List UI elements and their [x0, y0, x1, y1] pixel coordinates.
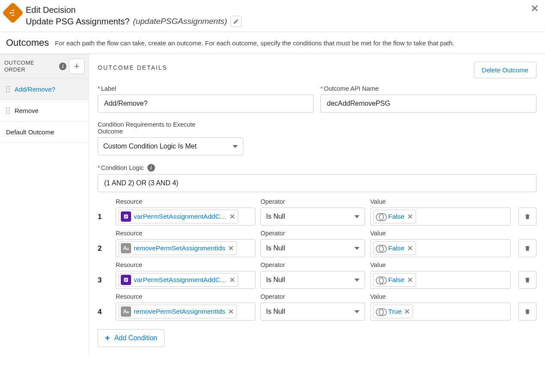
outcome-label-input[interactable]: [98, 95, 314, 113]
resource-pill-text: varPermSetAssignmentAddC…: [134, 213, 227, 220]
remove-pill-icon[interactable]: ✕: [228, 245, 234, 252]
text-formula-icon: Aa: [121, 243, 131, 253]
outcome-order-label: OUTCOME ORDER: [4, 59, 57, 73]
modal-header: Edit Decision Update PSG Assignments? (u…: [0, 0, 545, 32]
outcomes-desc: For each path the flow can take, create …: [55, 39, 454, 47]
boolean-icon: [375, 306, 386, 317]
svg-rect-7: [125, 281, 126, 281]
value-input[interactable]: False✕: [370, 208, 511, 226]
delete-condition-button[interactable]: [518, 303, 536, 321]
close-button[interactable]: ✕: [530, 3, 539, 14]
operator-select[interactable]: Is Null: [261, 303, 365, 321]
outcome-item-label: Default Outcome: [6, 128, 54, 136]
boolean-icon: [375, 211, 386, 222]
condition-row: 3ResourcevarPermSetAssignmentAddC…✕Opera…: [98, 261, 536, 289]
value-pill-text: False: [388, 244, 404, 252]
resource-column-label: Resource: [116, 198, 255, 205]
condition-row: 1ResourcevarPermSetAssignmentAddC…✕Opera…: [98, 198, 536, 226]
operator-select[interactable]: Is Null: [261, 239, 365, 257]
remove-pill-icon[interactable]: ✕: [407, 245, 413, 252]
label-field-label: Label: [98, 85, 314, 92]
delete-condition-button[interactable]: [518, 208, 536, 226]
outcome-item[interactable]: Remove: [0, 100, 89, 122]
resource-input[interactable]: varPermSetAssignmentAddC…✕: [116, 271, 255, 289]
condition-logic-label: Condition Logic: [98, 164, 144, 171]
condition-row: 2ResourceAaremovePermSetAssignmentIds✕Op…: [98, 230, 536, 257]
remove-pill-icon[interactable]: ✕: [229, 213, 235, 220]
operator-select[interactable]: Is Null: [261, 208, 365, 226]
chevron-down-icon: [354, 310, 359, 313]
outcomes-title: Outcomes: [6, 37, 49, 48]
remove-pill-icon[interactable]: ✕: [407, 276, 413, 284]
outcome-details: OUTCOME DETAILS Delete Outcome Label Out…: [89, 54, 545, 355]
chevron-down-icon: [233, 145, 238, 148]
resource-input[interactable]: varPermSetAssignmentAddC…✕: [116, 208, 255, 226]
edit-decision-modal: Edit Decision Update PSG Assignments? (u…: [0, 0, 545, 355]
condition-row: 4ResourceAaremovePermSetAssignmentIds✕Op…: [98, 293, 536, 321]
outcome-item[interactable]: Default Outcome: [0, 122, 89, 143]
remove-pill-icon[interactable]: ✕: [228, 308, 234, 315]
drag-handle-icon[interactable]: [6, 86, 10, 93]
add-outcome-button[interactable]: +: [69, 59, 84, 74]
condition-number: 1: [98, 213, 111, 226]
resource-column-label: Resource: [116, 261, 255, 268]
value-column-label: Value: [370, 230, 511, 237]
operator-column-label: Operator: [261, 293, 365, 300]
condition-requirements-select[interactable]: Custom Condition Logic Is Met: [98, 137, 243, 155]
remove-pill-icon[interactable]: ✕: [229, 276, 235, 284]
modal-title: Edit Decision: [26, 4, 538, 15]
outcomes-bar: Outcomes For each path the flow can take…: [0, 32, 545, 54]
resource-pill-text: varPermSetAssignmentAddC…: [134, 276, 227, 284]
chevron-down-icon: [354, 279, 359, 282]
outcome-item-label: Add/Remove?: [15, 86, 55, 93]
delete-outcome-button[interactable]: Delete Outcome: [474, 62, 536, 78]
record-icon: [121, 275, 131, 285]
svg-rect-2: [125, 217, 127, 217]
record-icon: [121, 211, 131, 222]
resource-pill-text: removePermSetAssignmentIds: [134, 308, 225, 315]
plus-icon: +: [105, 334, 110, 342]
value-pill-text: False: [388, 213, 404, 220]
value-column-label: Value: [370, 261, 511, 268]
resource-column-label: Resource: [116, 293, 255, 300]
delete-condition-button[interactable]: [518, 239, 536, 257]
info-icon[interactable]: i: [59, 62, 67, 70]
value-input[interactable]: False✕: [370, 239, 511, 257]
resource-input[interactable]: AaremovePermSetAssignmentIds✕: [116, 303, 255, 321]
text-formula-icon: Aa: [121, 306, 131, 317]
value-input[interactable]: False✕: [370, 271, 511, 289]
boolean-icon: [375, 243, 386, 253]
decision-icon: [2, 2, 24, 24]
outcome-api-input[interactable]: [320, 95, 536, 113]
resource-pill-text: removePermSetAssignmentIds: [134, 244, 225, 252]
value-column-label: Value: [370, 293, 511, 300]
edit-name-button[interactable]: [231, 16, 242, 27]
remove-pill-icon[interactable]: ✕: [407, 213, 413, 220]
delete-condition-button[interactable]: [518, 271, 536, 289]
condition-requirements-label: Condition Requirements to Execute Outcom…: [98, 121, 218, 135]
remove-pill-icon[interactable]: ✕: [404, 308, 410, 315]
resource-input[interactable]: AaremovePermSetAssignmentIds✕: [116, 239, 255, 257]
operator-column-label: Operator: [261, 230, 365, 237]
condition-number: 2: [98, 244, 111, 257]
operator-select[interactable]: Is Null: [261, 271, 365, 289]
chevron-down-icon: [354, 247, 359, 250]
svg-rect-3: [125, 217, 126, 218]
add-condition-button[interactable]: + Add Condition: [98, 329, 165, 347]
value-pill-text: True: [388, 308, 401, 315]
condition-logic-input[interactable]: [98, 174, 536, 192]
chevron-down-icon: [354, 215, 359, 218]
drag-handle-icon[interactable]: [6, 107, 10, 114]
boolean-icon: [375, 275, 386, 285]
resource-column-label: Resource: [116, 230, 255, 237]
outcome-sidebar: OUTCOME ORDER i + Add/Remove?RemoveDefau…: [0, 54, 89, 355]
outcome-item-label: Remove: [15, 107, 39, 114]
value-input[interactable]: True✕: [370, 303, 511, 321]
svg-rect-5: [125, 279, 127, 279]
operator-column-label: Operator: [261, 198, 365, 205]
outcome-details-title: OUTCOME DETAILS: [98, 64, 168, 71]
outcome-order-header: OUTCOME ORDER i +: [0, 54, 89, 79]
outcome-item[interactable]: Add/Remove?: [0, 79, 89, 100]
info-icon[interactable]: i: [147, 164, 155, 172]
api-field-label: Outcome API Name: [320, 85, 536, 92]
